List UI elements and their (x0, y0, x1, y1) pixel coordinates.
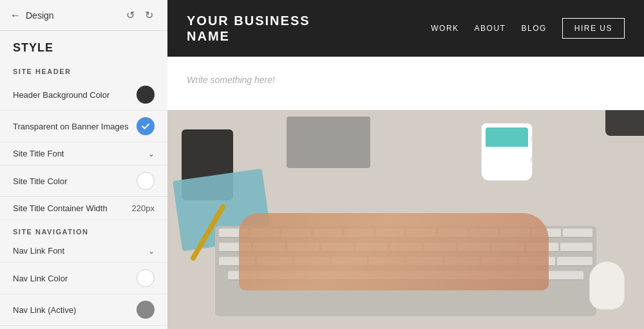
setting-label: Nav Link (Active) (13, 305, 76, 315)
panel-header-title: Design (26, 10, 54, 21)
preview-image (167, 110, 644, 329)
nav-item-about[interactable]: ABOUT (475, 24, 506, 33)
redo-button[interactable]: ↻ (141, 8, 157, 23)
setting-label: Site Title Container Width (13, 203, 108, 213)
mug-handle (531, 136, 533, 162)
setting-nav-link-active: Nav Link (Active) (0, 294, 167, 326)
setting-nav-link-font[interactable]: Nav Link Font ⌄ (0, 240, 167, 263)
undo-redo-controls: ↺ ↻ (122, 8, 157, 23)
site-nav: WORK ABOUT BLOG HIRE US (431, 18, 625, 39)
setting-label: Transparent on Banner Images (13, 122, 128, 131)
setting-site-title-container-width: Site Title Container Width 220px (0, 197, 167, 220)
nav-item-blog[interactable]: BLOG (521, 24, 546, 33)
header-bg-color-swatch[interactable] (137, 86, 155, 104)
hire-us-button[interactable]: HIRE US (562, 18, 625, 39)
setting-enable-nav-button: Enable Nav Button (0, 326, 167, 329)
setting-label: Nav Link Color (13, 274, 68, 283)
nav-item-work[interactable]: WORK (431, 24, 459, 33)
left-panel: ← Design ↺ ↻ STYLE SITE HEADER Header Ba… (0, 0, 167, 329)
setting-transparent-banner: Transparent on Banner Images (0, 111, 167, 142)
nav-link-color-swatch[interactable] (137, 269, 155, 287)
photo-background (167, 110, 644, 329)
setting-nav-link-color: Nav Link Color (0, 263, 167, 294)
setting-site-title-font[interactable]: Site Title Font ⌄ (0, 142, 167, 165)
right-panel-preview: YOUR BUSINESS NAME WORK ABOUT BLOG HIRE … (167, 0, 644, 329)
transparent-banner-toggle[interactable] (137, 117, 155, 135)
nav-link-active-swatch[interactable] (137, 301, 155, 319)
setting-header-bg-color: Header Background Color (0, 79, 167, 111)
style-title: STYLE (0, 31, 167, 60)
topright-object (605, 110, 644, 136)
setting-label: Site Title Font (13, 149, 64, 158)
setting-site-title-color: Site Title Color (0, 165, 167, 197)
setting-label: Nav Link Font (13, 246, 64, 256)
mug-inside (486, 127, 528, 147)
site-title: YOUR BUSINESS NAME (187, 13, 310, 44)
site-navigation-section-title: SITE NAVIGATION (0, 220, 167, 240)
site-title-color-swatch[interactable] (137, 172, 155, 190)
container-width-value[interactable]: 220px (132, 203, 155, 213)
chevron-down-icon: ⌄ (148, 149, 155, 158)
mouse-decoration (589, 261, 625, 310)
monitor-decoration (287, 117, 370, 168)
chevron-down-icon: ⌄ (148, 247, 155, 256)
content-area: Write something here! (167, 57, 644, 329)
mug-body (481, 123, 533, 181)
back-arrow-icon[interactable]: ← (10, 10, 21, 21)
hands-decoration (239, 213, 549, 290)
site-header-section-title: SITE HEADER (0, 60, 167, 79)
panel-header: ← Design ↺ ↻ (0, 0, 167, 31)
site-title-font-dropdown[interactable]: ⌄ (148, 149, 155, 158)
setting-label: Header Background Color (13, 90, 109, 100)
mug-decoration (481, 123, 539, 187)
site-header-preview: YOUR BUSINESS NAME WORK ABOUT BLOG HIRE … (167, 0, 644, 57)
nav-link-font-dropdown[interactable]: ⌄ (148, 247, 155, 256)
undo-button[interactable]: ↺ (122, 8, 138, 23)
setting-label: Site Title Color (13, 176, 68, 186)
write-prompt: Write something here! (167, 57, 644, 95)
